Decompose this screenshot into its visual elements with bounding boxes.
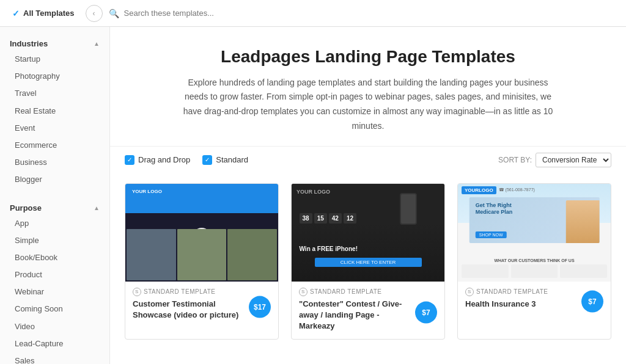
thumb-logo-1: YOUR LOGO (129, 187, 165, 195)
check-icon: ✓ (12, 9, 20, 18)
template-card-1[interactable]: YOUR LOGO ▶ S STANDARD TEMPLATE Customer… (125, 183, 279, 340)
hero-section: Leadpages Landing Page Templates Explore… (110, 27, 626, 146)
standard-icon-2: S (299, 288, 307, 296)
cta-button-thumb: CLICK HERE TO ENTER (315, 258, 422, 267)
template-info-3: S STANDARD TEMPLATE Health Insurance 3 $… (458, 282, 611, 317)
purpose-header: Purpose ▲ (0, 198, 109, 215)
sidebar-item-blogger[interactable]: Blogger (0, 171, 109, 188)
standard-label: Standard (216, 155, 248, 164)
thumb-testimonials: WHAT OUR CUSTOMERS THINK OF US (462, 258, 607, 278)
top-bar: ✓ All Templates ‹ 🔍 (0, 0, 626, 27)
win-text: Win a FREE iPhone! (300, 246, 437, 252)
thumb-phone (400, 193, 417, 225)
testimonial-2 (511, 264, 558, 278)
price-badge-3: $7 (581, 290, 603, 312)
drag-drop-filter[interactable]: ✓ Drag and Drop (125, 155, 190, 165)
checkbox-check-icon-2: ✓ (205, 156, 210, 163)
sidebar-item-ecommerce[interactable]: Ecommerce (0, 137, 109, 154)
grid-cell (127, 229, 176, 280)
sidebar-item-webinar[interactable]: Webinar (0, 283, 109, 300)
content-area: Leadpages Landing Page Templates Explore… (110, 27, 626, 364)
thumb-banner: Get The RightMedicare Plan SHOP NOW (470, 197, 600, 243)
sidebar-item-startup[interactable]: Startup (0, 51, 109, 68)
template-thumb-1: YOUR LOGO ▶ (125, 184, 278, 282)
thumb-bg-2 (292, 184, 444, 282)
sort-by-label: SORT BY: (498, 156, 532, 164)
thumb-logo-3: YOURLOGO (462, 186, 496, 194)
standard-icon-1: S (133, 288, 141, 296)
main-layout: Industries ▲ Startup Photography Travel … (0, 27, 626, 364)
sort-options: SORT BY: Conversion Rate Newest Alphabet… (498, 153, 611, 167)
thumb-phone-number: ☎ (561-008-7877) (499, 187, 535, 192)
sidebar-item-real-estate[interactable]: Real Estate (0, 103, 109, 120)
drag-drop-label: Drag and Drop (138, 155, 190, 164)
sidebar-item-book-ebook[interactable]: Book/Ebook (0, 249, 109, 266)
search-icon: 🔍 (109, 9, 119, 18)
sidebar-item-simple[interactable]: Simple (0, 232, 109, 249)
search-bar: 🔍 (109, 9, 619, 18)
price-badge-2: $7 (415, 302, 437, 324)
sidebar-item-app[interactable]: App (0, 215, 109, 232)
sidebar-item-travel[interactable]: Travel (0, 85, 109, 102)
purpose-chevron: ▲ (94, 205, 100, 211)
grid-cell (177, 229, 227, 280)
sidebar-item-video[interactable]: Video (0, 318, 109, 335)
drag-drop-checkbox[interactable]: ✓ (125, 155, 134, 165)
filter-bar: ✓ Drag and Drop ✓ Standard SORT BY: Conv… (110, 146, 626, 173)
thumb-grid (125, 228, 278, 282)
template-thumb-2: YOUR LOGO 38 15 42 12 Win a FREE iPhone!… (292, 184, 444, 282)
template-type-2: S STANDARD TEMPLATE (299, 288, 437, 296)
sidebar-item-event[interactable]: Event (0, 120, 109, 137)
sidebar-item-photography[interactable]: Photography (0, 68, 109, 85)
all-templates-label: All Templates (23, 9, 75, 18)
standard-checkbox[interactable]: ✓ (202, 155, 212, 165)
template-thumb-3: YOURLOGO ☎ (561-008-7877) Get The RightM… (458, 184, 611, 282)
testimonial-row (462, 264, 607, 278)
hero-description: Explore hundreds of landing page templat… (179, 76, 558, 134)
standard-icon-3: S (465, 288, 474, 296)
sidebar-item-coming-soon[interactable]: Coming Soon (0, 300, 109, 318)
search-input[interactable] (124, 9, 619, 18)
hero-title: Leadpages Landing Page Templates (147, 46, 589, 67)
testimonial-3 (560, 264, 607, 278)
template-grid: YOUR LOGO ▶ S STANDARD TEMPLATE Customer… (110, 173, 626, 355)
template-card-2[interactable]: YOUR LOGO 38 15 42 12 Win a FREE iPhone!… (291, 183, 445, 340)
person-silhouette (565, 200, 599, 243)
checkbox-check-icon: ✓ (127, 156, 132, 163)
thumb-cta: SHOP NOW (476, 231, 507, 238)
thumb-header-3: YOURLOGO ☎ (561-008-7877) (462, 186, 535, 194)
filter-options: ✓ Drag and Drop ✓ Standard (125, 155, 248, 165)
grid-cell (227, 229, 277, 280)
sidebar-item-sales[interactable]: Sales (0, 352, 109, 364)
banner-text: Get The RightMedicare Plan (476, 202, 513, 216)
sidebar-item-product[interactable]: Product (0, 266, 109, 283)
back-button[interactable]: ‹ (86, 5, 103, 22)
sidebar: Industries ▲ Startup Photography Travel … (0, 27, 110, 364)
sidebar-item-business[interactable]: Business (0, 154, 109, 171)
template-type-1: S STANDARD TEMPLATE (133, 288, 271, 296)
template-card-3[interactable]: YOURLOGO ☎ (561-008-7877) Get The RightM… (457, 183, 611, 340)
thumb-logo-2: YOUR LOGO (296, 189, 330, 195)
template-info-2: S STANDARD TEMPLATE "Contester" Contest … (292, 282, 444, 340)
sort-select[interactable]: Conversion Rate Newest Alphabetical (536, 153, 611, 167)
industries-chevron: ▲ (94, 40, 100, 47)
all-templates-button[interactable]: ✓ All Templates (7, 6, 79, 21)
price-badge-1: $17 (249, 296, 271, 318)
testimonial-1 (462, 264, 509, 278)
template-info-1: S STANDARD TEMPLATE Customer Testimonial… (125, 282, 278, 328)
sidebar-item-lead-capture[interactable]: Lead-Capture (0, 335, 109, 352)
industries-header: Industries ▲ (0, 34, 109, 51)
standard-filter[interactable]: ✓ Standard (202, 155, 248, 165)
